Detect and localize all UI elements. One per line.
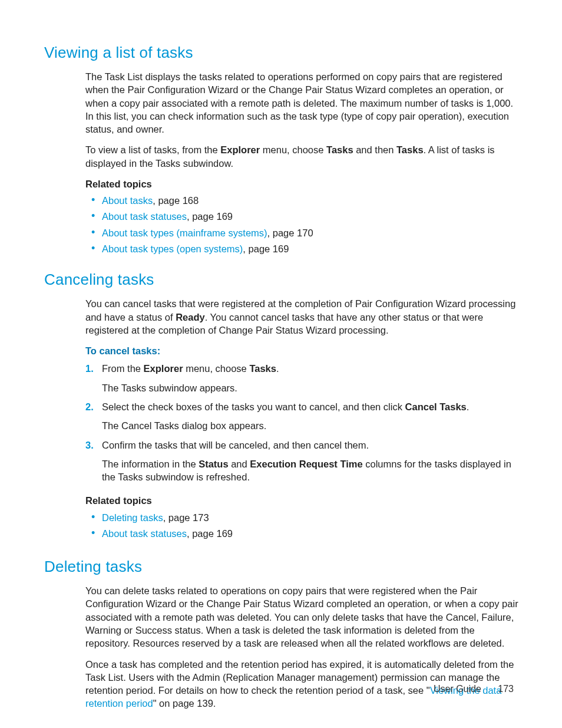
step-item: Select the check boxes of the tasks you …: [85, 400, 521, 433]
step-item: From the Explorer menu, choose Tasks. Th…: [85, 362, 521, 394]
page-ref: , page 169: [243, 243, 289, 254]
procedure-heading: To cancel tasks:: [85, 344, 521, 357]
step-result: The Cancel Tasks dialog box appears.: [102, 419, 521, 432]
link-about-task-statuses[interactable]: About task statuses: [102, 528, 187, 539]
step-item: Confirm the tasks that will be canceled,…: [85, 439, 521, 484]
paragraph: You can delete tasks related to operatio…: [85, 584, 521, 650]
related-topics-heading: Related topics: [85, 494, 521, 507]
paragraph: To view a list of tasks, from the Explor…: [85, 143, 521, 170]
page-footer: User Guide 173: [434, 683, 514, 696]
list-item: Deleting tasks, page 173: [85, 511, 521, 524]
list-item: About task statuses, page 169: [85, 527, 521, 540]
list-item: About task types (mainframe systems), pa…: [85, 226, 521, 239]
heading-canceling-tasks: Canceling tasks: [44, 269, 521, 290]
page-ref: , page 170: [267, 228, 313, 238]
related-topics-heading: Related topics: [85, 177, 521, 190]
heading-deleting-tasks: Deleting tasks: [44, 556, 521, 577]
list-item: About task statuses, page 169: [85, 210, 521, 223]
link-about-task-types-mainframe[interactable]: About task types (mainframe systems): [102, 228, 267, 238]
list-item: About task types (open systems), page 16…: [85, 242, 521, 255]
related-topics-list: About tasks, page 168 About task statuse…: [85, 194, 521, 255]
page-ref: , page 169: [187, 211, 233, 222]
procedure-steps: From the Explorer menu, choose Tasks. Th…: [85, 362, 521, 483]
related-topics-list: Deleting tasks, page 173 About task stat…: [85, 511, 521, 541]
document-page: Viewing a list of tasks The Task List di…: [0, 0, 562, 728]
paragraph: You can cancel tasks that were registere…: [85, 297, 521, 337]
page-ref: , page 173: [163, 512, 209, 523]
step-result: The Tasks subwindow appears.: [102, 381, 521, 394]
page-ref: , page 168: [153, 195, 199, 206]
link-about-task-statuses[interactable]: About task statuses: [102, 211, 187, 222]
footer-label: User Guide: [434, 684, 481, 694]
list-item: About tasks, page 168: [85, 194, 521, 207]
link-about-tasks[interactable]: About tasks: [102, 195, 153, 206]
link-deleting-tasks[interactable]: Deleting tasks: [102, 512, 163, 523]
page-ref: , page 169: [187, 528, 233, 539]
step-result: The information in the Status and Execut…: [102, 457, 521, 484]
section-body-canceling: You can cancel tasks that were registere…: [85, 297, 521, 540]
page-number: 173: [498, 684, 514, 694]
paragraph: The Task List displays the tasks related…: [85, 70, 521, 136]
heading-viewing-list-of-tasks: Viewing a list of tasks: [44, 42, 521, 63]
section-body-viewing: The Task List displays the tasks related…: [85, 70, 521, 255]
link-about-task-types-open[interactable]: About task types (open systems): [102, 243, 243, 254]
